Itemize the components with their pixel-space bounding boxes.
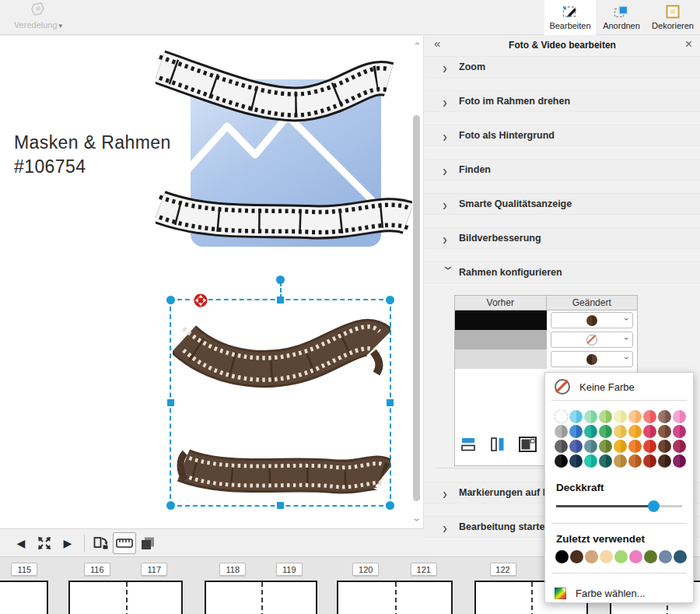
- palette-color-3-0[interactable]: [555, 454, 568, 468]
- after-color-dropdown-3[interactable]: ›: [551, 351, 633, 367]
- handle-middle-right[interactable]: [387, 399, 394, 406]
- fit-view-button[interactable]: [33, 532, 56, 554]
- transform-page-button[interactable]: [89, 532, 113, 554]
- recent-color-2[interactable]: [585, 550, 598, 563]
- filmstrip-placeholder-graphic[interactable]: [156, 42, 412, 254]
- palette-color-1-3[interactable]: [599, 425, 612, 438]
- palette-color-2-0[interactable]: [555, 440, 568, 453]
- palette-color-0-4[interactable]: [614, 410, 627, 423]
- palette-color-0-5[interactable]: [628, 410, 642, 423]
- palette-color-0-3[interactable]: [599, 410, 612, 423]
- palette-color-3-1[interactable]: [569, 454, 583, 468]
- recent-color-6[interactable]: [644, 550, 657, 563]
- tab-anordnen[interactable]: Anordnen: [596, 0, 647, 35]
- palette-color-3-2[interactable]: [584, 454, 597, 468]
- palette-color-1-1[interactable]: [569, 425, 583, 438]
- palette-color-0-8[interactable]: [673, 410, 686, 423]
- canvas-area[interactable]: Masken & Rahmen #106754: [0, 36, 424, 528]
- flip-vertical-button[interactable]: [488, 435, 507, 454]
- remove-marker-icon[interactable]: [193, 293, 208, 308]
- palette-color-3-5[interactable]: [628, 454, 642, 468]
- no-color-option[interactable]: Keine Farbe: [545, 373, 693, 400]
- page-spread[interactable]: [337, 581, 453, 614]
- page-number-label[interactable]: 120: [352, 563, 379, 576]
- after-color-dropdown-2[interactable]: ›: [551, 332, 633, 348]
- scroll-up-icon[interactable]: ›: [412, 39, 422, 48]
- palette-color-1-5[interactable]: [628, 425, 642, 438]
- next-page-button[interactable]: ▶: [56, 532, 79, 554]
- palette-color-2-3[interactable]: [599, 440, 612, 453]
- page-number-label[interactable]: 116: [84, 563, 110, 576]
- page-number-label[interactable]: 118: [219, 563, 246, 576]
- rotation-handle[interactable]: [276, 275, 285, 284]
- page-spread[interactable]: [0, 581, 48, 614]
- page-number-label[interactable]: 115: [11, 563, 37, 576]
- recent-color-7[interactable]: [659, 550, 672, 563]
- page-number-label[interactable]: 119: [276, 563, 303, 576]
- section-smarte-qualitätsanzeige[interactable]: ›Smarte Qualitätsanzeige: [425, 193, 700, 215]
- palette-color-1-4[interactable]: [614, 425, 627, 438]
- handle-top-left[interactable]: [166, 296, 175, 304]
- page-number-label[interactable]: 117: [141, 563, 167, 576]
- palette-color-0-2[interactable]: [584, 410, 597, 423]
- page-number-label[interactable]: 121: [411, 563, 437, 576]
- veredelung-button[interactable]: Veredelung▾: [5, 1, 72, 34]
- canvas-vertical-scrollbar[interactable]: › ›: [411, 37, 422, 526]
- previous-page-button[interactable]: ◀: [9, 532, 33, 554]
- selection-box[interactable]: [170, 299, 391, 507]
- slider-thumb[interactable]: [648, 500, 660, 512]
- handle-middle-left[interactable]: [167, 399, 174, 406]
- scrollbar-thumb[interactable]: [413, 115, 420, 501]
- recent-color-5[interactable]: [629, 550, 642, 563]
- handle-top-right[interactable]: [386, 296, 394, 304]
- recent-color-1[interactable]: [570, 550, 583, 563]
- palette-color-1-6[interactable]: [643, 425, 656, 438]
- handle-bottom-center[interactable]: [277, 502, 284, 509]
- selected-filmstrip-graphic[interactable]: [173, 303, 390, 503]
- palette-color-1-2[interactable]: [584, 425, 597, 438]
- handle-bottom-left[interactable]: [166, 501, 175, 510]
- handle-top-center[interactable]: [277, 296, 284, 303]
- section-foto-als-hintergrund[interactable]: ›Foto als Hintergrund: [425, 125, 700, 146]
- close-panel-icon[interactable]: ×: [685, 37, 692, 51]
- palette-color-1-7[interactable]: [658, 425, 671, 438]
- recent-color-4[interactable]: [614, 550, 628, 563]
- section-zoom[interactable]: ›Zoom: [425, 56, 700, 78]
- page-spread[interactable]: [68, 581, 183, 614]
- scroll-down-icon[interactable]: ›: [412, 515, 422, 525]
- ruler-button[interactable]: [113, 532, 136, 554]
- palette-color-2-2[interactable]: [584, 440, 597, 453]
- palette-color-3-6[interactable]: [643, 454, 656, 468]
- palette-color-2-1[interactable]: [569, 440, 583, 453]
- page-number-label[interactable]: 122: [490, 563, 516, 576]
- section-finden[interactable]: ›Finden: [425, 159, 700, 181]
- page-spread[interactable]: [205, 581, 317, 614]
- image-fill-button[interactable]: [518, 435, 538, 454]
- tab-bearbeiten[interactable]: Bearbeiten: [544, 0, 596, 35]
- handle-bottom-right[interactable]: [386, 501, 394, 510]
- palette-color-2-7[interactable]: [658, 440, 671, 453]
- palette-color-0-0[interactable]: [555, 410, 568, 423]
- tab-dekorieren[interactable]: Dekorieren: [647, 0, 698, 35]
- palette-color-2-4[interactable]: [614, 440, 627, 453]
- palette-color-1-0[interactable]: [555, 425, 568, 438]
- recent-color-8[interactable]: [674, 550, 687, 563]
- palette-color-2-6[interactable]: [643, 440, 656, 453]
- palette-color-3-3[interactable]: [599, 454, 612, 468]
- recent-color-0[interactable]: [555, 550, 569, 563]
- palette-color-0-7[interactable]: [658, 410, 671, 423]
- flip-horizontal-button[interactable]: [459, 435, 478, 454]
- palette-color-1-8[interactable]: [673, 425, 686, 438]
- section-foto-im-rahmen-drehen[interactable]: ›Foto im Rahmen drehen: [425, 90, 700, 112]
- recent-color-3[interactable]: [600, 550, 613, 563]
- palette-color-3-8[interactable]: [673, 454, 686, 468]
- palette-color-3-7[interactable]: [658, 454, 671, 468]
- palette-color-0-1[interactable]: [569, 410, 583, 423]
- collapse-panel-icon[interactable]: «: [434, 37, 440, 50]
- palette-color-2-5[interactable]: [628, 440, 642, 453]
- palette-color-2-8[interactable]: [673, 440, 686, 453]
- palette-color-0-6[interactable]: [643, 410, 656, 423]
- palette-color-3-4[interactable]: [614, 454, 627, 468]
- layers-button[interactable]: [136, 532, 159, 554]
- opacity-slider[interactable]: [556, 500, 682, 512]
